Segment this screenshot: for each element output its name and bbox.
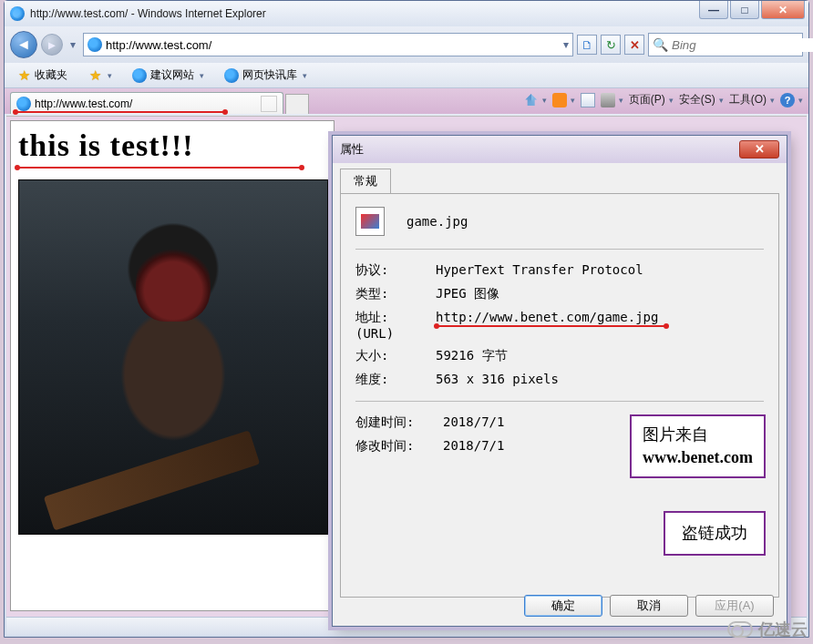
tab-current[interactable]: http://www.test.com/ bbox=[10, 92, 283, 114]
ie-icon bbox=[224, 68, 239, 83]
forward-button[interactable]: ► bbox=[41, 34, 63, 56]
rss-button[interactable]: ▾ bbox=[552, 93, 575, 107]
print-icon bbox=[601, 93, 615, 107]
help-icon: ? bbox=[780, 93, 795, 107]
value-created: 2018/7/1 bbox=[443, 414, 504, 431]
navigation-bar: ◄ ► ▾ ▾ 🗋 ↻ ✕ 🔍 bbox=[5, 26, 808, 63]
titlebar[interactable]: http://www.test.com/ - Windows Internet … bbox=[5, 1, 808, 26]
cancel-button[interactable]: 取消 bbox=[610, 595, 688, 617]
mail-icon bbox=[581, 93, 595, 107]
tools-menu[interactable]: 工具(O)▾ bbox=[729, 92, 775, 107]
search-box[interactable]: 🔍 bbox=[648, 33, 803, 56]
webslice-gallery[interactable]: 网页快讯库▾ bbox=[218, 65, 314, 86]
safety-menu[interactable]: 安全(S)▾ bbox=[679, 92, 724, 107]
dialog-panel: game.jpg 协议:HyperText Transfer Protocol … bbox=[340, 193, 779, 598]
stop-button[interactable]: ✕ bbox=[624, 35, 644, 55]
addr-dropdown-icon[interactable]: ▾ bbox=[563, 38, 569, 51]
url-input[interactable] bbox=[106, 38, 560, 52]
page-menu[interactable]: 页面(P)▾ bbox=[629, 92, 674, 107]
label-created: 创建时间: bbox=[355, 414, 421, 431]
divider bbox=[355, 401, 764, 402]
callout-hotlink-success: 盗链成功 bbox=[664, 511, 766, 556]
compat-view-button[interactable]: 🗋 bbox=[577, 35, 597, 55]
favorites-button[interactable]: ★ 收藏夹 bbox=[10, 65, 74, 86]
back-button[interactable]: ◄ bbox=[10, 31, 37, 58]
ok-button[interactable]: 确定 bbox=[524, 595, 602, 617]
nav-history-dropdown[interactable]: ▾ bbox=[67, 38, 79, 51]
command-bar: ▾ ▾ ▾ 页面(P)▾ 安全(S)▾ 工具(O)▾ ?▾ bbox=[524, 92, 803, 107]
star-add-icon: ★ bbox=[87, 68, 102, 83]
address-bar[interactable]: ▾ bbox=[83, 33, 573, 56]
dialog-button-row: 确定 取消 应用(A) bbox=[333, 595, 787, 617]
home-icon bbox=[524, 93, 539, 107]
tab-row: http://www.test.com/ ▾ ▾ ▾ 页面(P)▾ 安全(S)▾… bbox=[5, 88, 808, 114]
home-button[interactable]: ▾ bbox=[524, 93, 547, 107]
rss-icon bbox=[552, 93, 567, 107]
divider bbox=[355, 249, 764, 250]
properties-dialog: 属性 ✕ 常规 game.jpg 协议:HyperText Transfer P… bbox=[332, 135, 787, 627]
tab-close-region[interactable] bbox=[261, 96, 277, 112]
value-type: JPEG 图像 bbox=[436, 286, 499, 302]
annotation-underline bbox=[15, 111, 226, 113]
maximize-button[interactable]: □ bbox=[730, 1, 759, 19]
webpage-viewport[interactable]: this is test!!! bbox=[10, 120, 334, 611]
annotation-underline bbox=[16, 167, 303, 169]
label-dimensions: 维度: bbox=[355, 372, 414, 388]
dialog-title: 属性 bbox=[340, 141, 364, 158]
tab-favicon-icon bbox=[16, 97, 31, 111]
dialog-titlebar[interactable]: 属性 ✕ bbox=[333, 136, 787, 163]
filename: game.jpg bbox=[406, 214, 468, 229]
apply-button[interactable]: 应用(A) bbox=[695, 595, 774, 617]
favorites-bar: ★ 收藏夹 ★▾ 建议网站▾ 网页快讯库▾ bbox=[5, 63, 808, 88]
value-address: http://www.benet.com/game.jpg bbox=[436, 310, 658, 324]
star-icon: ★ bbox=[16, 68, 31, 83]
ie-favicon-icon bbox=[10, 6, 25, 21]
label-modified: 修改时间: bbox=[355, 438, 421, 455]
annotation-underline bbox=[436, 325, 667, 327]
game-image[interactable] bbox=[18, 179, 328, 535]
window-buttons: — □ ✕ bbox=[699, 1, 805, 19]
search-icon: 🔍 bbox=[653, 37, 668, 52]
tab-label: http://www.test.com/ bbox=[35, 97, 132, 110]
suggested-label: 建议网站 bbox=[150, 67, 194, 83]
favorites-label: 收藏夹 bbox=[35, 67, 67, 83]
page-headline: this is test!!! bbox=[18, 128, 326, 163]
new-tab-button[interactable] bbox=[285, 94, 309, 114]
refresh-button[interactable]: ↻ bbox=[601, 35, 621, 55]
help-button[interactable]: ?▾ bbox=[780, 93, 803, 107]
ie-icon bbox=[87, 37, 102, 52]
mail-button[interactable] bbox=[581, 93, 595, 107]
window-title: http://www.test.com/ - Windows Internet … bbox=[30, 7, 266, 20]
label-type: 类型: bbox=[355, 286, 414, 302]
tab-general[interactable]: 常规 bbox=[340, 169, 391, 193]
dialog-tabset: 常规 bbox=[333, 163, 787, 193]
add-favorite-button[interactable]: ★▾ bbox=[81, 66, 118, 86]
search-input[interactable] bbox=[672, 38, 813, 52]
label-protocol: 协议: bbox=[355, 262, 414, 279]
print-button[interactable]: ▾ bbox=[601, 93, 623, 107]
watermark-icon bbox=[727, 621, 753, 638]
suggested-sites[interactable]: 建议网站▾ bbox=[126, 65, 211, 86]
watermark: 亿速云 bbox=[727, 618, 808, 640]
ie-icon bbox=[132, 68, 147, 83]
value-size: 59216 字节 bbox=[436, 348, 508, 364]
value-dimensions: 563 x 316 pixels bbox=[436, 372, 559, 388]
value-modified: 2018/7/1 bbox=[443, 438, 504, 455]
value-protocol: HyperText Transfer Protocol bbox=[436, 262, 643, 279]
file-type-icon bbox=[355, 207, 385, 236]
callout-source: 图片来自 www.benet.com bbox=[630, 414, 766, 478]
label-size: 大小: bbox=[355, 348, 414, 364]
dialog-close-button[interactable]: ✕ bbox=[739, 140, 779, 158]
webslice-label: 网页快讯库 bbox=[242, 67, 297, 83]
minimize-button[interactable]: — bbox=[699, 1, 728, 19]
label-address: 地址:(URL) bbox=[355, 310, 414, 341]
close-button[interactable]: ✕ bbox=[761, 1, 805, 19]
